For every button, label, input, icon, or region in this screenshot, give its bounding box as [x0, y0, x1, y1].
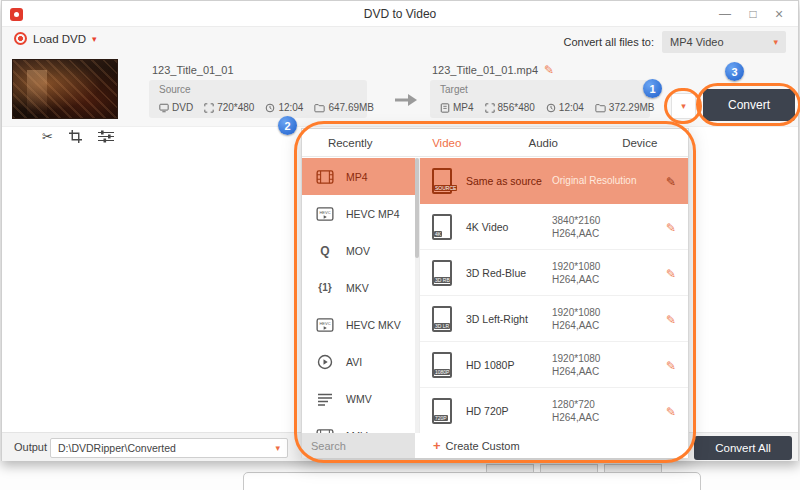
- resize-icon: [485, 103, 495, 113]
- preset-name: HD 1080P: [466, 359, 552, 371]
- preset-same-as-source[interactable]: SOURCE Same as source Original Resolutio…: [420, 158, 688, 204]
- effects-sliders-icon[interactable]: [98, 130, 114, 143]
- close-button[interactable]: ×: [768, 1, 790, 27]
- rename-pencil-icon[interactable]: ✎: [544, 64, 554, 76]
- search-input[interactable]: [302, 433, 415, 458]
- format-label: WMV: [346, 393, 372, 405]
- source-label: Source: [159, 84, 191, 95]
- load-dvd-button[interactable]: Load DVD ▾: [14, 32, 97, 45]
- target-duration: 12:04: [546, 102, 584, 113]
- quicktime-icon: Q: [314, 242, 336, 260]
- format-item-mov[interactable]: Q MOV: [302, 232, 415, 269]
- clip-edit-toolbar: ✂: [42, 128, 114, 144]
- convert-all-files-to: Convert all files to: MP4 Video ▾: [564, 31, 786, 53]
- edit-preset-button[interactable]: ✎: [666, 402, 676, 420]
- output-format-value: MP4 Video: [670, 36, 724, 48]
- edit-preset-button[interactable]: ✎: [666, 264, 676, 282]
- titlebar: DVD to Video — □ ×: [2, 1, 798, 27]
- create-custom-button[interactable]: + Create Custom: [433, 438, 520, 453]
- format-dropdown-button[interactable]: ▾: [671, 93, 696, 119]
- preset-doc-icon: 4K: [432, 214, 452, 240]
- preset-hd-720p[interactable]: 720P HD 720P 1280*720H264,AAC ✎: [420, 388, 688, 433]
- preset-3d-red-blue[interactable]: 3D RB 3D Red-Blue 1920*1080H264,AAC ✎: [420, 250, 688, 296]
- format-label: MKV: [346, 282, 369, 294]
- source-info-panel: Source DVD 720*480 12:04 647.69MB: [149, 80, 367, 118]
- cropped-fragment: [243, 472, 701, 490]
- chevron-down-icon: ▾: [681, 101, 686, 111]
- format-label: MOV: [346, 245, 370, 257]
- annotation-step-badge-1: 1: [643, 79, 662, 98]
- source-info-row: DVD 720*480 12:04 647.69MB: [159, 102, 374, 113]
- preset-doc-icon: 3D RB: [432, 260, 452, 286]
- format-label: AVI: [346, 356, 362, 368]
- format-label: HEVC MKV: [346, 319, 401, 331]
- format-popup: Recently Video Audio Device MP4 HEVC HEV…: [301, 128, 689, 458]
- trim-scissors-icon[interactable]: ✂: [42, 130, 53, 143]
- play-circle-icon: [314, 353, 336, 371]
- source-doc-icon: SOURCE: [432, 168, 452, 194]
- chevron-down-icon: ▾: [92, 34, 97, 44]
- target-info-row: MP4 856*480 12:04 372.29MB: [440, 102, 654, 113]
- preset-specs: 3840*2160H264,AAC: [552, 214, 644, 240]
- format-tabs: Recently Video Audio Device: [302, 129, 688, 157]
- file-icon: [440, 103, 450, 113]
- chevron-down-icon: ▾: [773, 37, 778, 47]
- format-item-hevc-mkv[interactable]: HEVC HEVC MKV: [302, 306, 415, 343]
- video-thumbnail: [12, 59, 118, 119]
- wmv-layers-icon: [314, 390, 336, 408]
- crop-icon[interactable]: [69, 130, 82, 143]
- edit-preset-button[interactable]: ✎: [666, 310, 676, 328]
- preset-name: HD 720P: [466, 405, 552, 417]
- tab-recently[interactable]: Recently: [302, 129, 399, 156]
- preset-doc-icon: 1080P: [432, 352, 452, 378]
- preset-specs: 1920*1080H264,AAC: [552, 260, 644, 286]
- source-clip-title: 123_Title_01_01: [152, 64, 234, 76]
- target-size: 372.29MB: [595, 102, 655, 113]
- convert-all-files-label: Convert all files to:: [564, 36, 654, 48]
- format-label: MP4: [346, 171, 368, 183]
- folder-icon: [314, 103, 325, 113]
- source-duration: 12:04: [265, 102, 303, 113]
- format-item-avi[interactable]: AVI: [302, 343, 415, 380]
- convert-all-button[interactable]: Convert All: [694, 436, 792, 460]
- format-item-mp4[interactable]: MP4: [302, 158, 415, 195]
- pencil-icon: ✎: [666, 267, 676, 281]
- preset-specs: Original Resolution: [552, 174, 644, 187]
- annotation-step-badge-3: 3: [725, 62, 744, 81]
- tab-device[interactable]: Device: [592, 129, 689, 156]
- tab-video[interactable]: Video: [399, 129, 496, 156]
- format-item-mkv[interactable]: {1} MKV: [302, 269, 415, 306]
- annotation-step-badge-2: 2: [278, 116, 297, 135]
- edit-preset-button[interactable]: ✎: [666, 172, 676, 190]
- chevron-down-icon: ▾: [275, 443, 280, 453]
- edit-preset-button[interactable]: ✎: [666, 218, 676, 236]
- output-format-dropdown[interactable]: MP4 Video ▾: [662, 31, 786, 53]
- format-list: MP4 HEVC HEVC MP4 Q MOV {1} MKV: [302, 158, 415, 433]
- format-item-wmv[interactable]: WMV: [302, 380, 415, 417]
- screenshot-root: DVD to Video — □ × Load DVD ▾ Convert al…: [0, 0, 800, 490]
- tab-audio[interactable]: Audio: [495, 129, 592, 156]
- preset-hd-1080p[interactable]: 1080P HD 1080P 1920*1080H264,AAC ✎: [420, 342, 688, 388]
- output-label: Output: [14, 441, 47, 453]
- screen-icon: [159, 103, 169, 113]
- pencil-icon: ✎: [666, 313, 676, 327]
- folder-icon: [595, 103, 606, 113]
- preset-4k-video[interactable]: 4K 4K Video 3840*2160H264,AAC ✎: [420, 204, 688, 250]
- preset-doc-icon: 720P: [432, 398, 452, 424]
- convert-button[interactable]: Convert: [703, 89, 795, 121]
- source-size: 647.69MB: [314, 102, 374, 113]
- matroska-icon: {1}: [314, 279, 336, 297]
- format-item-hevc-mp4[interactable]: HEVC HEVC MP4: [302, 195, 415, 232]
- window-title: DVD to Video: [2, 1, 798, 27]
- minimize-button[interactable]: —: [714, 1, 736, 27]
- output-path-dropdown[interactable]: D:\DVDRipper\Converted ▾: [50, 438, 288, 458]
- format-label: HEVC MP4: [346, 208, 400, 220]
- preset-specs: 1920*1080H264,AAC: [552, 352, 644, 378]
- format-item-m4v[interactable]: M4V: [302, 417, 415, 433]
- edit-preset-button[interactable]: ✎: [666, 356, 676, 374]
- maximize-button[interactable]: □: [742, 1, 764, 27]
- dvd-disc-icon: [14, 32, 27, 45]
- source-to-target-arrow-icon: [394, 93, 418, 111]
- preset-3d-left-right[interactable]: 3D LR 3D Left-Right 1920*1080H264,AAC ✎: [420, 296, 688, 342]
- pencil-icon: ✎: [666, 405, 676, 419]
